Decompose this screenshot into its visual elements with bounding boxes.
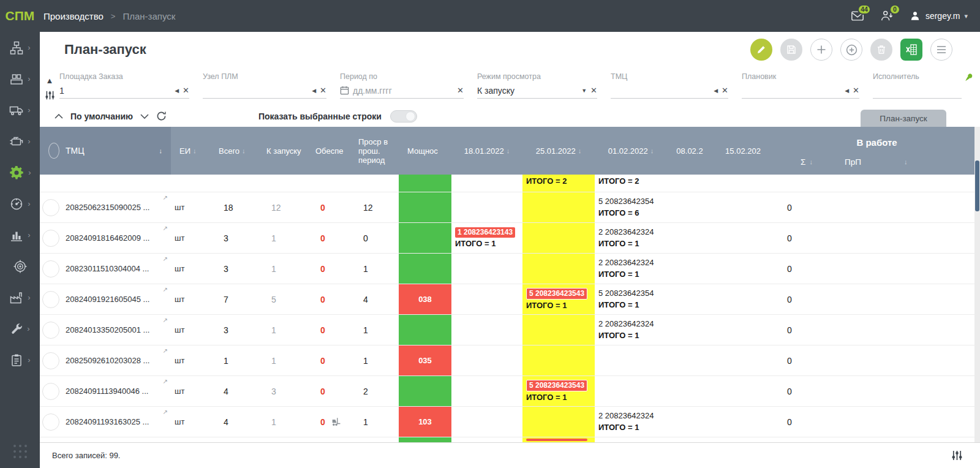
column-header-ei[interactable]: ЕИ ↓ bbox=[171, 127, 210, 175]
column-header-provided[interactable]: Обеспе bbox=[307, 127, 350, 175]
collapse-filters-icon[interactable]: ▲ bbox=[46, 76, 54, 85]
tmc-cell[interactable]: 20824091921605045 ...↗ bbox=[62, 284, 171, 314]
table-row[interactable]: ИТОГО = 2ИТОГО = 2 bbox=[40, 175, 980, 192]
preset-selector[interactable]: По умолчанию bbox=[55, 111, 167, 121]
order-site-input[interactable]: 1 ◀ ✕ bbox=[59, 83, 189, 99]
table-row[interactable]: 20823011510304004 ...↗шт31012 2082364232… bbox=[40, 254, 980, 284]
row-select-cell[interactable] bbox=[40, 345, 62, 376]
sidebar-item-maintenance[interactable]: › bbox=[0, 313, 40, 344]
column-header-date-25-01[interactable]: 25.01.2022 ↓ bbox=[522, 127, 595, 175]
sidebar-item-tasks[interactable]: › bbox=[0, 344, 40, 376]
app-logo[interactable]: СПМ bbox=[0, 9, 40, 23]
lookup-icon[interactable]: ◀ bbox=[175, 88, 179, 94]
sidebar-item-delivery[interactable]: › bbox=[0, 188, 40, 219]
sort-desc-icon[interactable]: ↓ bbox=[809, 158, 813, 165]
sort-desc-icon[interactable]: ↓ bbox=[904, 158, 908, 165]
sort-desc-icon[interactable]: ↓ bbox=[507, 147, 510, 154]
edit-button[interactable] bbox=[750, 39, 772, 61]
chevron-down-icon[interactable] bbox=[140, 114, 149, 119]
row-select-circle[interactable] bbox=[42, 260, 59, 277]
tmc-cell[interactable]: 20824091816462009 ...↗ bbox=[62, 223, 171, 253]
clear-icon[interactable]: ✕ bbox=[183, 86, 189, 95]
row-select-circle[interactable] bbox=[42, 291, 59, 308]
delete-button[interactable] bbox=[870, 39, 892, 61]
clear-icon[interactable]: ✕ bbox=[722, 86, 728, 95]
sort-desc-icon[interactable]: ↓ bbox=[578, 147, 582, 154]
show-selected-toggle[interactable] bbox=[390, 110, 417, 123]
row-select-cell[interactable] bbox=[40, 254, 62, 284]
column-header-date-01-02[interactable]: 01.02.2022 ↓ bbox=[595, 127, 667, 175]
open-row-icon[interactable]: ↗ bbox=[163, 255, 168, 262]
column-header-date-15-02[interactable]: 15.02.202 bbox=[712, 127, 774, 175]
row-select-circle[interactable] bbox=[42, 322, 59, 339]
lookup-icon[interactable]: ◀ bbox=[714, 88, 718, 94]
vertical-scrollbar[interactable] bbox=[974, 127, 980, 442]
refresh-icon[interactable] bbox=[156, 111, 167, 121]
chevron-up-icon[interactable] bbox=[55, 114, 63, 119]
lookup-icon[interactable]: ◀ bbox=[312, 88, 316, 94]
table-row[interactable] bbox=[40, 437, 980, 442]
row-select-cell[interactable] bbox=[40, 437, 62, 442]
scrollbar-thumb[interactable] bbox=[975, 160, 979, 211]
open-row-icon[interactable]: ↗ bbox=[163, 347, 168, 354]
sidebar-item-warehouse[interactable]: › bbox=[0, 63, 40, 94]
row-select-cell[interactable] bbox=[40, 192, 62, 222]
row-select-cell[interactable] bbox=[40, 407, 62, 437]
lookup-icon[interactable]: ◀ bbox=[845, 88, 849, 94]
table-row[interactable]: 20824091816462009 ...↗шт31001 2082364231… bbox=[40, 223, 980, 254]
planner-input[interactable]: ◀ ✕ bbox=[742, 83, 859, 99]
user-menu[interactable]: sergey.m ▾ bbox=[909, 10, 968, 22]
sidebar-item-equipment[interactable]: › bbox=[0, 126, 40, 157]
table-row[interactable]: 20824091113940046 ...↗шт43025 2082364235… bbox=[40, 376, 980, 407]
sort-desc-icon[interactable]: ↓ bbox=[193, 147, 197, 154]
table-row[interactable]: 20825062315090025 ...↗шт18120125 2082364… bbox=[40, 192, 980, 223]
sidebar-item-production[interactable]: › bbox=[0, 157, 40, 188]
tmc-cell[interactable]: 20824091193163025 ...↗ bbox=[62, 407, 171, 437]
table-row[interactable]: 20825092610203028 ...↗шт11010350 bbox=[40, 345, 980, 376]
row-select-cell[interactable] bbox=[40, 315, 62, 345]
table-row[interactable]: 20824091193163025 ...↗шт41011032 2082364… bbox=[40, 407, 980, 437]
clear-icon[interactable]: ✕ bbox=[853, 86, 859, 95]
view-mode-select[interactable]: К запуску ▼ ✕ bbox=[477, 83, 597, 99]
incoming-tasks-button[interactable]: 0 bbox=[880, 9, 894, 23]
tab-plan-launch[interactable]: План-запуск bbox=[861, 110, 946, 127]
tmc-cell[interactable]: 20824013350205001 ...↗ bbox=[62, 315, 171, 345]
column-header-date-08-02[interactable]: 08.02.2 bbox=[667, 127, 712, 175]
filter-settings-icon[interactable] bbox=[45, 90, 55, 100]
column-header-overdue[interactable]: Проср в прош. период bbox=[350, 127, 399, 175]
column-header-total[interactable]: Всего ↓ bbox=[210, 127, 258, 175]
sidebar-grip[interactable] bbox=[13, 445, 27, 458]
mail-button[interactable]: 44 bbox=[850, 9, 865, 23]
pin-filters-button[interactable] bbox=[963, 72, 974, 83]
row-select-cell[interactable] bbox=[40, 175, 62, 192]
executor-input[interactable] bbox=[873, 83, 962, 99]
column-header-sigma[interactable]: Σ ↓ bbox=[774, 149, 840, 175]
column-header-capacity[interactable]: Мощнос bbox=[399, 127, 451, 175]
excel-export-button[interactable] bbox=[900, 39, 922, 61]
add-related-button[interactable] bbox=[840, 39, 862, 61]
tmc-cell[interactable] bbox=[62, 437, 171, 442]
table-row[interactable]: 20824091921605045 ...↗шт75040385 2082364… bbox=[40, 284, 980, 315]
clear-icon[interactable]: ✕ bbox=[320, 86, 326, 95]
clear-icon[interactable]: ✕ bbox=[457, 86, 464, 95]
open-row-icon[interactable]: ↗ bbox=[163, 194, 168, 201]
row-select-circle[interactable] bbox=[42, 383, 59, 400]
column-header-tmc[interactable]: ТМЦ ↓ bbox=[62, 127, 171, 175]
tmc-cell[interactable]: 20825062315090025 ...↗ bbox=[62, 192, 171, 222]
open-row-icon[interactable]: ↗ bbox=[163, 286, 168, 293]
period-to-input[interactable]: дд.мм.гггг ✕ bbox=[340, 83, 464, 99]
open-row-icon[interactable]: ↗ bbox=[163, 378, 168, 385]
calendar-icon[interactable] bbox=[340, 86, 349, 95]
sidebar-item-logistics[interactable]: › bbox=[0, 94, 40, 126]
tmc-cell[interactable]: 20823011510304004 ...↗ bbox=[62, 254, 171, 284]
row-select-circle[interactable] bbox=[42, 352, 59, 369]
sidebar-item-structure[interactable]: › bbox=[0, 32, 40, 63]
tmc-cell[interactable] bbox=[62, 175, 171, 192]
sidebar-item-reports[interactable]: › bbox=[0, 219, 40, 251]
open-row-icon[interactable]: ↗ bbox=[163, 225, 168, 232]
column-header-prp[interactable]: ПрП ↓ bbox=[840, 149, 980, 175]
sort-desc-icon[interactable]: ↓ bbox=[159, 147, 163, 154]
column-header-to-launch[interactable]: К запуску bbox=[258, 127, 307, 175]
tmc-cell[interactable]: 20825092610203028 ...↗ bbox=[62, 345, 171, 376]
table-row[interactable]: 20824013350205001 ...↗шт31012 2082364232… bbox=[40, 315, 980, 345]
